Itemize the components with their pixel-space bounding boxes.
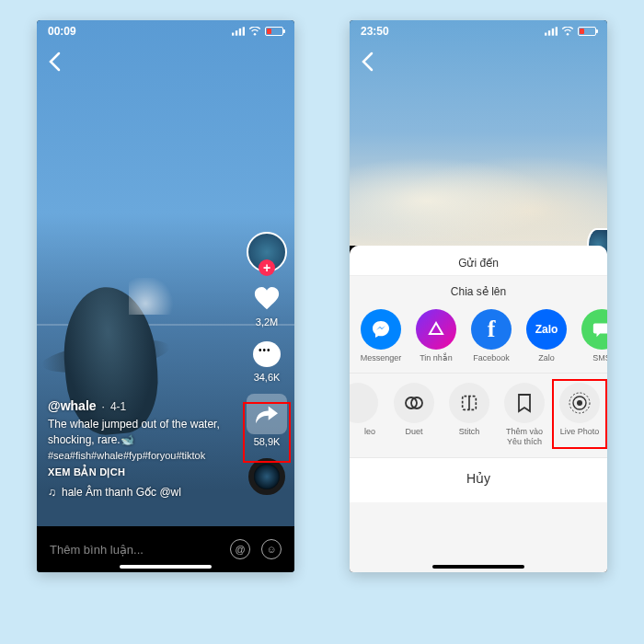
stitch-icon — [449, 383, 489, 423]
video-hashtags[interactable]: #sea#fish#whale#fyp#foryou#tiktok — [48, 450, 230, 461]
action-prev[interactable]: leo — [357, 383, 383, 447]
zalo-icon: Zalo — [526, 309, 567, 350]
sound-title: hale Âm thanh Gốc @wl — [62, 486, 181, 499]
svg-rect-8 — [556, 27, 558, 35]
facebook-icon: f — [471, 309, 512, 350]
status-bar: 00:09 — [37, 20, 294, 42]
action-duet[interactable]: Duet — [390, 383, 438, 447]
video-info: @whale · 4-1 The whale jumped out of the… — [48, 398, 230, 499]
video-background — [350, 20, 607, 246]
share-to-header: Chia sẻ lên — [350, 276, 607, 304]
svg-rect-1 — [236, 30, 237, 35]
share-app-zalo[interactable]: Zalo Zalo — [523, 309, 570, 363]
mention-icon[interactable]: @ — [230, 539, 250, 559]
battery-icon — [578, 27, 596, 36]
signal-icon — [232, 27, 245, 36]
svg-point-9 — [567, 33, 569, 36]
svg-rect-3 — [243, 27, 245, 35]
comment-button[interactable]: 34,6K — [251, 339, 282, 383]
action-favorite[interactable]: Thêm vào Yêu thích — [500, 383, 548, 447]
like-count: 3,2M — [256, 316, 278, 328]
share-sheet: Gửi đến Chia sẻ lên Messenger Tin nhắn f… — [350, 246, 607, 572]
back-button[interactable] — [48, 52, 61, 77]
back-button[interactable] — [361, 52, 374, 77]
post-date: 4-1 — [110, 400, 126, 413]
comment-count: 34,6K — [254, 372, 281, 383]
author-avatar[interactable]: + — [247, 232, 287, 272]
comment-input[interactable]: Thêm bình luận... — [50, 543, 223, 557]
share-app-facebook[interactable]: f Facebook — [467, 309, 515, 363]
video-caption: The whale jumped out of the water, shock… — [48, 417, 230, 448]
status-time: 23:50 — [361, 25, 389, 38]
home-indicator[interactable] — [432, 565, 524, 569]
duet-icon — [394, 383, 434, 423]
status-bar: 23:50 — [350, 20, 607, 42]
like-button[interactable]: 3,2M — [251, 283, 282, 328]
share-apps-row[interactable]: Messenger Tin nhắn f Facebook Zalo Zalo … — [350, 304, 607, 373]
share-app-messenger[interactable]: Messenger — [357, 309, 405, 363]
signal-icon — [545, 27, 558, 36]
sound-row[interactable]: ♫ hale Âm thanh Gốc @wl — [48, 486, 230, 499]
svg-rect-2 — [239, 29, 241, 36]
home-indicator[interactable] — [120, 565, 212, 569]
status-time: 00:09 — [48, 25, 76, 38]
prev-icon — [350, 383, 378, 423]
translate-button[interactable]: XEM BẢN DỊCH — [48, 466, 230, 478]
emoji-icon[interactable]: ☺ — [261, 539, 282, 559]
sms-icon — [581, 309, 607, 350]
highlight-box-livephoto — [552, 379, 607, 449]
svg-rect-0 — [232, 33, 234, 36]
highlight-box-share — [243, 402, 291, 463]
cancel-button[interactable]: Hủy — [350, 457, 607, 502]
messenger-icon — [361, 309, 401, 350]
messages-icon — [416, 309, 456, 350]
phone-screenshot-left: 00:09 + 3,2M 34,6K 58,9K @whale · — [37, 20, 294, 572]
svg-rect-6 — [548, 30, 550, 35]
wifi-icon — [561, 27, 574, 36]
heart-icon — [253, 285, 281, 313]
svg-point-4 — [254, 33, 257, 36]
action-stitch[interactable]: Stitch — [445, 383, 493, 447]
phone-screenshot-right: 23:50 Gửi đến Chia sẻ lên Messenger Tin … — [350, 20, 607, 572]
author-username[interactable]: @whale — [48, 398, 97, 413]
svg-rect-5 — [545, 33, 546, 36]
action-live-photo[interactable]: Live Photo — [556, 383, 604, 447]
send-to-header: Gửi đến — [350, 246, 607, 276]
wifi-icon — [248, 27, 261, 36]
sound-disc[interactable] — [248, 458, 285, 495]
bookmark-icon — [504, 383, 545, 423]
battery-icon — [265, 27, 283, 36]
share-app-sms[interactable]: SMS — [578, 309, 607, 363]
actions-row[interactable]: leo Duet Stitch Thêm vào Yêu thích Live … — [350, 373, 607, 458]
music-note-icon: ♫ — [48, 486, 56, 499]
comment-icon — [253, 341, 281, 367]
svg-rect-7 — [552, 29, 554, 36]
share-app-messages[interactable]: Tin nhắn — [412, 309, 460, 363]
follow-plus-icon[interactable]: + — [259, 259, 275, 276]
